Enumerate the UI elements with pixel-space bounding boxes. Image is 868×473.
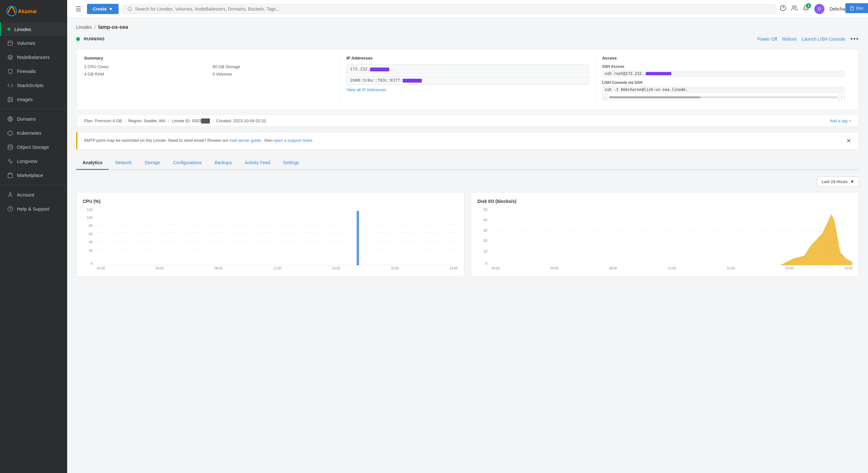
stackscripts-icon [7, 83, 13, 88]
smtp-close-button[interactable]: ✕ [845, 137, 852, 144]
summary-cpu: 2 CPU Cores [84, 64, 205, 69]
kubernetes-icon [7, 130, 13, 136]
reboot-button[interactable]: Reboot [782, 36, 797, 41]
disk-y-50: 50 [483, 208, 487, 211]
lish-scroll: ‹ › [602, 94, 845, 100]
sidebar-item-longview[interactable]: Longview [0, 154, 67, 168]
tab-backups[interactable]: Backups [208, 156, 238, 170]
meta-created: Created: 2023-10-04 02:20 [216, 118, 266, 123]
power-off-button[interactable]: Power Off [757, 36, 777, 41]
sidebar-item-domains[interactable]: Domains [0, 112, 67, 126]
people-icon[interactable] [791, 5, 798, 13]
access-section: Access SSH Access ssh root@172.232. LISH… [595, 56, 851, 104]
sidebar-item-stackscripts[interactable]: StackScripts [0, 79, 67, 92]
breadcrumb-current: lamp-us-sea [98, 24, 128, 30]
svg-rect-2 [8, 41, 12, 46]
disk-y-20: 20 [483, 239, 487, 243]
cpu-y-100: 100 [87, 216, 92, 219]
tabs: Analytics Network Storage Configurations… [76, 156, 859, 170]
sidebar-item-volumes[interactable]: Volumes [0, 36, 67, 50]
view-all-ip-link[interactable]: View all IP Addresses [346, 87, 386, 92]
disk-y-40: 40 [483, 218, 487, 222]
notifications-icon[interactable]: 3 [803, 5, 809, 13]
help-icon-topbar[interactable] [780, 5, 786, 13]
svg-point-5 [9, 98, 9, 99]
smtp-text-after: . [313, 138, 315, 143]
sidebar-item-stackscripts-label: StackScripts [17, 83, 43, 88]
breadcrumb-parent[interactable]: Linodes [76, 25, 92, 30]
smtp-text-middle: , then [262, 138, 274, 143]
sidebar: Akamai Linodes Volumes NodeBalancers Fir… [0, 0, 67, 473]
ssh-access-label: SSH Access [602, 64, 845, 69]
hamburger-button[interactable]: ☰ [73, 3, 83, 15]
sidebar-item-marketplace-label: Marketplace [17, 173, 43, 178]
sidebar-item-images[interactable]: Images [0, 92, 67, 107]
more-actions-button[interactable]: ••• [850, 35, 859, 42]
tab-network[interactable]: Network [109, 156, 138, 170]
cpu-y-80: 80 [89, 224, 92, 228]
tab-settings[interactable]: Settings [277, 156, 306, 170]
scroll-right-button[interactable]: › [839, 94, 845, 100]
firewalls-icon [7, 68, 13, 74]
status-actions: Power Off Reboot Launch LISH Console ••• [757, 35, 859, 42]
svg-line-15 [131, 10, 132, 11]
disk-io-chart-title: Disk I/O (blocks/s) [477, 199, 852, 204]
sidebar-item-domains-label: Domains [17, 116, 36, 122]
meta-plan: Plan: Premium 4 GB [84, 118, 122, 123]
add-tag-button[interactable]: Add a tag + [830, 118, 851, 123]
search-icon [127, 6, 132, 11]
cpu-y-axis: 120 100 80 60 40 20 0 [83, 208, 94, 265]
tab-storage[interactable]: Storage [138, 156, 167, 170]
scroll-thumb [609, 96, 701, 98]
disk-y-10: 10 [483, 249, 487, 253]
scroll-left-button[interactable]: ‹ [602, 94, 608, 100]
avatar[interactable]: D [814, 4, 825, 14]
ip-title: IP Addresses [346, 56, 589, 60]
sidebar-item-firewalls[interactable]: Firewalls [0, 64, 67, 79]
smtp-mail-guide-link[interactable]: mail server guide [229, 138, 261, 143]
launch-lish-button[interactable]: Launch LISH Console [802, 36, 845, 41]
object-storage-icon [7, 144, 13, 150]
cpu-x-axis: 00:00 04:00 08:00 12:00 16:00 20:00 24:0… [97, 267, 458, 270]
sidebar-item-images-label: Images [17, 97, 33, 102]
ssh-access-item: SSH Access ssh root@172.232. [602, 64, 845, 77]
disk-io-chart-card: Disk I/O (blocks/s) 50 40 30 20 10 0 [471, 192, 859, 277]
tab-analytics[interactable]: Analytics [76, 156, 109, 170]
disk-io-chart-area: 50 40 30 20 10 0 [477, 208, 852, 270]
tab-configurations[interactable]: Configurations [167, 156, 208, 170]
svg-marker-8 [8, 130, 13, 136]
sidebar-item-account[interactable]: Account [0, 188, 67, 202]
docs-button[interactable]: Doc [845, 3, 868, 13]
time-selector[interactable]: Last 24 Hours ▼ [817, 176, 859, 187]
sidebar-item-help[interactable]: Help & Support [0, 202, 67, 216]
sidebar-item-linodes[interactable]: Linodes [0, 22, 67, 36]
sidebar-item-marketplace[interactable]: Marketplace [0, 168, 67, 182]
smtp-banner-text: SMTP ports may be restricted on this Lin… [84, 137, 841, 144]
ipv4-address: 172.232. [346, 64, 589, 73]
domains-icon [7, 116, 13, 122]
svg-marker-34 [780, 214, 852, 265]
breadcrumb: Linodes / lamp-us-sea [76, 24, 859, 30]
info-grid: Summary 2 CPU Cores 80 GB Storage 4 GB R… [76, 49, 859, 110]
smtp-support-ticket-link[interactable]: open a support ticket [274, 138, 312, 143]
tab-activity-feed[interactable]: Activity Feed [238, 156, 277, 170]
search-input[interactable] [135, 6, 771, 11]
sidebar-logo[interactable]: Akamai [0, 0, 67, 22]
meta-region: Region: Seattle, WA [128, 118, 166, 123]
lish-access-label: LISH Console via SSH [602, 80, 845, 85]
search-bar[interactable] [123, 4, 776, 14]
nodebalancers-icon [7, 54, 13, 60]
charts-grid: CPU (%) 120 100 80 60 40 20 0 [76, 192, 859, 277]
cpu-chart-svg [97, 208, 458, 265]
ssh-ip-redacted [646, 72, 671, 75]
sidebar-item-object-storage[interactable]: Object Storage [0, 140, 67, 154]
cpu-chart-card: CPU (%) 120 100 80 60 40 20 0 [76, 192, 464, 277]
disk-x-axis: 00:00 04:00 08:00 12:00 16:00 20:00 24:0… [492, 267, 852, 270]
sidebar-item-kubernetes[interactable]: Kubernetes [0, 126, 67, 140]
create-button[interactable]: Create ▼ [87, 4, 119, 14]
sidebar-item-nodebalancers[interactable]: NodeBalancers [0, 50, 67, 64]
cpu-y-120: 120 [87, 208, 92, 211]
meta-row: Plan: Premium 4 GB | Region: Seattle, WA… [76, 115, 859, 127]
summary-volumes: 0 Volumes [213, 72, 334, 77]
sidebar-item-nodebalancers-label: NodeBalancers [17, 54, 50, 60]
